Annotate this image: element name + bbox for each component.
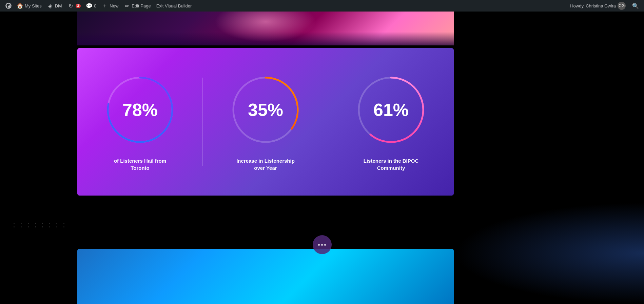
circle-progress-2: 35% (228, 73, 303, 147)
decorative-dot (14, 226, 15, 227)
dot-1 (318, 244, 320, 246)
edit-icon: ✏ (124, 3, 130, 9)
circle-progress-1: 78% (103, 73, 177, 147)
stat-column-2: 35% Increase in Listenership over Year (203, 59, 328, 185)
decorative-dot (56, 223, 57, 224)
new-label: New (110, 3, 118, 8)
exit-builder-label: Exit Visual Builder (156, 3, 192, 8)
decorative-dot (35, 223, 36, 224)
right-sidebar (454, 12, 644, 304)
decorative-dot (56, 226, 57, 227)
decorative-dots (14, 223, 68, 250)
dot-2 (321, 244, 323, 246)
new-icon: ＋ (102, 3, 108, 9)
page-content: 78% of Listeners Hail from Toronto (0, 12, 644, 304)
my-sites-menu[interactable]: 🏠 My Sites (14, 0, 44, 12)
stat-label-1: of Listeners Hail from Toronto (106, 157, 174, 171)
edit-page-label: Edit Page (132, 3, 151, 8)
bottom-section (77, 249, 454, 304)
howdy-greeting[interactable]: Howdy, Christina Gwira CG (567, 0, 628, 12)
left-sidebar (0, 12, 77, 304)
search-button[interactable]: 🔍 (630, 0, 641, 12)
decorative-dot (49, 226, 50, 227)
my-sites-icon: 🏠 (17, 3, 23, 9)
comments-count: 0 (94, 3, 96, 8)
decorative-dot (28, 223, 29, 224)
top-image-overlay (77, 32, 454, 45)
stats-section: 78% of Listeners Hail from Toronto (77, 48, 454, 196)
dot-3 (324, 244, 326, 246)
top-image-section (77, 12, 454, 45)
dots-indicator[interactable] (313, 235, 332, 254)
decorative-dot (14, 223, 15, 224)
comments-icon: 💬 (86, 3, 92, 9)
updates-count: 3 (76, 4, 81, 8)
wordpress-icon (5, 3, 12, 9)
divi-menu[interactable]: ◈ Divi (44, 0, 65, 12)
search-icon: 🔍 (632, 3, 639, 9)
wordpress-logo[interactable] (3, 0, 14, 12)
divi-label: Divi (55, 3, 62, 8)
stat-column-3: 61% Listeners in the BIPOC Community (328, 59, 454, 185)
stat-label-3: Listeners in the BIPOC Community (357, 157, 425, 171)
comments-menu[interactable]: 💬 0 (83, 0, 99, 12)
exit-visual-builder-button[interactable]: Exit Visual Builder (154, 0, 195, 12)
admin-bar-right: Howdy, Christina Gwira CG 🔍 (567, 0, 641, 12)
circle-progress-3: 61% (354, 73, 428, 147)
stat-value-3: 61% (373, 100, 409, 120)
my-sites-label: My Sites (25, 3, 42, 8)
divi-icon: ◈ (47, 3, 53, 9)
decorative-dot (42, 226, 43, 227)
updates-icon: ↻ (68, 3, 74, 9)
stat-column-1: 78% of Listeners Hail from Toronto (77, 59, 203, 185)
edit-page-button[interactable]: ✏ Edit Page (121, 0, 153, 12)
stat-value-1: 78% (122, 100, 158, 120)
decorative-dot (35, 226, 36, 227)
new-menu[interactable]: ＋ New (99, 0, 121, 12)
stat-label-2: Increase in Listenership over Year (232, 157, 299, 171)
decorative-dot (21, 223, 22, 224)
decorative-dot (42, 223, 43, 224)
decorative-dot (63, 223, 64, 224)
decorative-dot (21, 226, 22, 227)
admin-bar: 🏠 My Sites ◈ Divi ↻ 3 💬 0 ＋ New ✏ Edit P… (0, 0, 644, 12)
decorative-dot (28, 226, 29, 227)
stat-value-2: 35% (248, 100, 283, 120)
decorative-dot (49, 223, 50, 224)
user-avatar: CG (618, 2, 626, 10)
howdy-text: Howdy, Christina Gwira (570, 3, 616, 8)
decorative-dot (63, 226, 64, 227)
updates-menu[interactable]: ↻ 3 (65, 0, 84, 12)
